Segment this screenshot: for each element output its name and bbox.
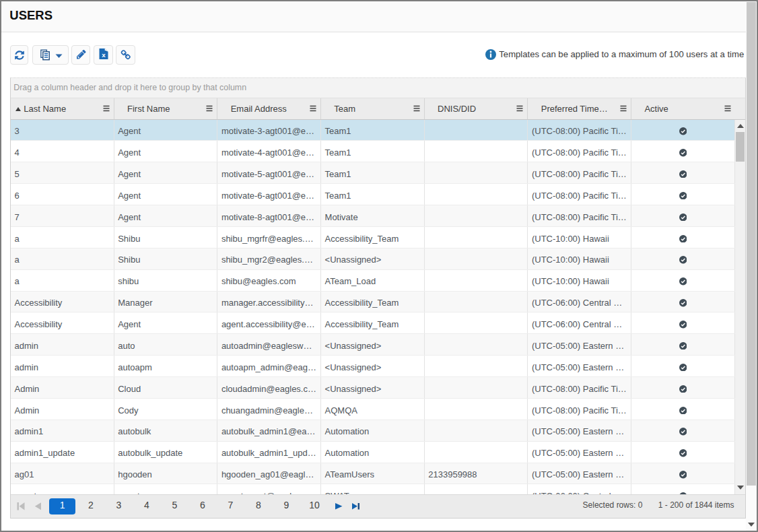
svg-text:x: x — [102, 51, 106, 59]
